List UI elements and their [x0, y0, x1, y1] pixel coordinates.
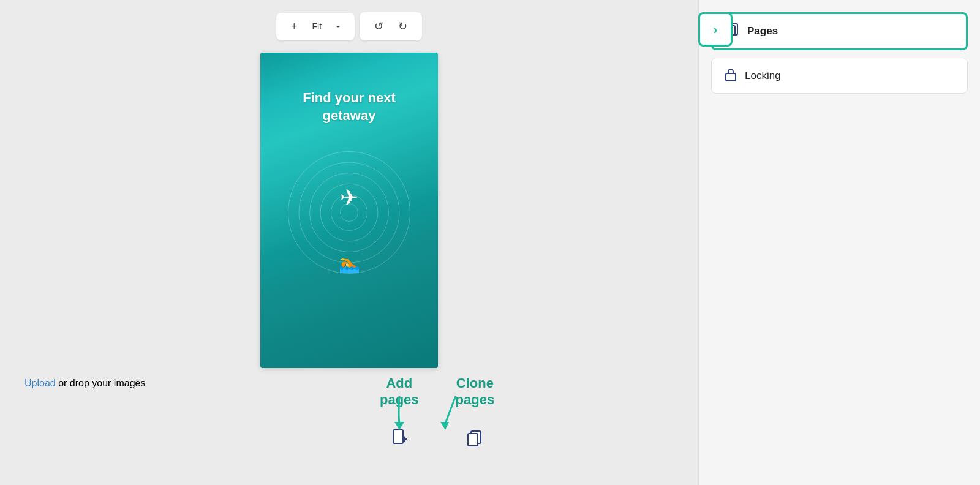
undo-button[interactable]: ↺	[369, 17, 388, 36]
add-page-icon	[390, 428, 409, 446]
card-text: Find your next getaway	[260, 89, 438, 124]
clone-pages-arrow	[434, 396, 465, 430]
panel-toggle-button[interactable]: ›	[698, 12, 733, 47]
redo-button[interactable]: ↻	[393, 17, 412, 36]
svg-marker-4	[440, 422, 449, 430]
svg-rect-9	[726, 73, 736, 81]
pages-label: Pages	[747, 25, 778, 37]
float-person-icon: 🏊	[339, 254, 360, 274]
canvas-area: + Fit - ↺ ↻ Find your next getaway ✈	[0, 0, 698, 485]
canvas-preview: Find your next getaway ✈ 🏊	[260, 53, 438, 368]
lock-icon	[724, 67, 737, 85]
toolbar: + Fit - ↺ ↻	[276, 12, 422, 40]
history-controls: ↺ ↻	[360, 12, 422, 40]
add-pages-group: Addpages	[380, 375, 419, 448]
upload-link[interactable]: Upload	[24, 378, 56, 388]
zoom-out-button[interactable]: -	[331, 18, 345, 36]
card-background: Find your next getaway ✈ 🏊	[260, 53, 438, 368]
zoom-in-button[interactable]: +	[286, 18, 303, 36]
locking-tab[interactable]: Locking	[711, 58, 968, 94]
zoom-controls: + Fit -	[276, 13, 355, 40]
svg-rect-1	[393, 430, 403, 443]
svg-marker-0	[394, 422, 404, 430]
clone-pages-group: Clonepages	[456, 375, 495, 448]
upload-text: Upload or drop your images	[24, 378, 145, 389]
clone-page-button[interactable]	[464, 426, 486, 448]
bottom-area: Upload or drop your images	[0, 378, 698, 389]
upload-rest: or drop your images	[56, 378, 146, 388]
svg-rect-6	[468, 434, 478, 446]
pages-tab[interactable]: Pages	[711, 12, 968, 50]
design-card[interactable]: Find your next getaway ✈ 🏊	[260, 53, 438, 368]
fit-label: Fit	[307, 19, 326, 34]
clone-page-icon	[466, 428, 484, 446]
add-pages-arrow	[387, 396, 412, 430]
page-actions-area: Addpages Clonepages	[380, 375, 494, 448]
right-panel: › Pages Locking	[698, 0, 980, 485]
locking-label: Locking	[745, 70, 781, 82]
